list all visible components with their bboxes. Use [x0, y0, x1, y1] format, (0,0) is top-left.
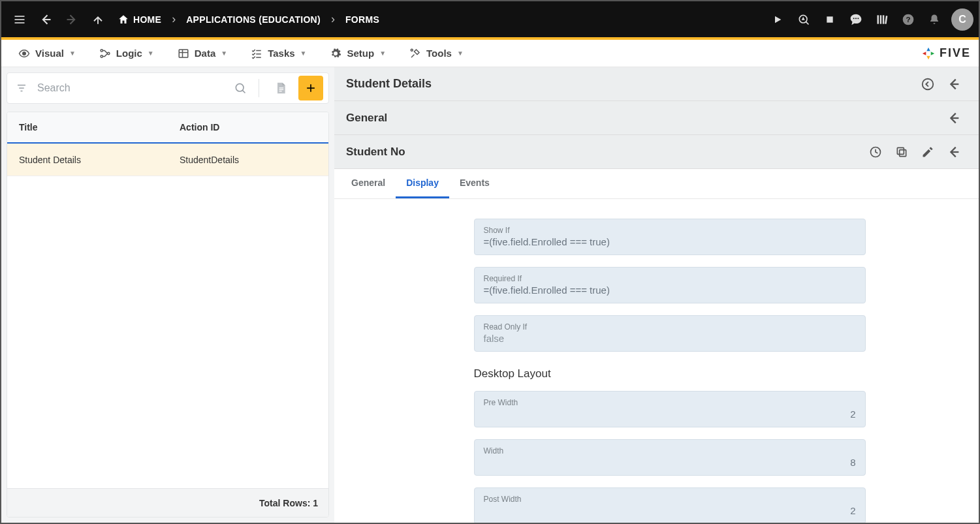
menu-logic[interactable]: Logic▼ — [87, 48, 166, 59]
menu-label: Data — [195, 48, 216, 59]
copy-icon[interactable] — [889, 139, 915, 165]
topbar: HOME › APPLICATIONS (EDUCATION) › FORMS … — [1, 1, 979, 37]
user-avatar[interactable]: C — [951, 8, 973, 31]
breadcrumb-label: APPLICATIONS (EDUCATION) — [186, 14, 321, 25]
section-title: Student Details — [346, 77, 915, 91]
stop-icon[interactable] — [817, 7, 843, 33]
menubar: Visual▼ Logic▼ Data▼ Tasks▼ Setup▼ Tools… — [1, 40, 979, 67]
edit-icon[interactable] — [915, 139, 941, 165]
nav-back-icon[interactable] — [33, 7, 59, 33]
menu-tools[interactable]: Tools▼ — [398, 48, 475, 59]
field-show-if[interactable]: Show If =(five.field.Enrolled === true) — [474, 219, 866, 255]
hamburger-icon[interactable] — [7, 7, 33, 33]
svg-rect-41 — [279, 89, 284, 90]
field-label: Pre Width — [484, 398, 856, 407]
filter-icon[interactable] — [12, 79, 31, 97]
search-input[interactable] — [36, 82, 226, 95]
svg-rect-16 — [883, 15, 885, 23]
breadcrumb-applications[interactable]: APPLICATIONS (EDUCATION) — [180, 14, 327, 25]
chevron-right-icon: › — [327, 12, 339, 26]
back-arrow-icon[interactable] — [941, 105, 967, 131]
col-header-title[interactable]: Title — [7, 122, 168, 132]
avatar-letter: C — [958, 14, 966, 25]
svg-marker-32 — [931, 52, 935, 55]
field-value: 8 — [484, 457, 856, 470]
svg-point-21 — [101, 49, 103, 51]
nav-up-icon[interactable] — [85, 7, 111, 33]
menu-label: Setup — [347, 48, 374, 59]
svg-point-12 — [855, 18, 857, 19]
document-button[interactable] — [268, 76, 293, 100]
field-placeholder: false — [484, 333, 856, 346]
menu-visual[interactable]: Visual▼ — [7, 48, 87, 59]
play-icon[interactable] — [765, 7, 791, 33]
table-row[interactable]: Student Details StudentDetails — [7, 144, 328, 176]
svg-rect-49 — [900, 149, 906, 156]
body-split: Title Action ID Student Details StudentD… — [1, 67, 979, 523]
svg-marker-9 — [802, 16, 805, 20]
form-scroll-area: Show If =(five.field.Enrolled === true) … — [334, 199, 979, 523]
breadcrumb-home[interactable]: HOME — [111, 14, 168, 25]
cell-action-id: StudentDetails — [168, 155, 328, 165]
menu-data[interactable]: Data▼ — [166, 48, 239, 59]
help-icon[interactable]: ? — [895, 7, 921, 33]
app-root: HOME › APPLICATIONS (EDUCATION) › FORMS … — [0, 0, 980, 524]
section-header-3: Student No — [334, 135, 979, 169]
svg-point-13 — [857, 18, 859, 19]
tab-general[interactable]: General — [341, 169, 396, 198]
svg-marker-34 — [923, 52, 926, 55]
field-label: Width — [484, 446, 856, 455]
divider — [259, 79, 259, 97]
section-header-1: Student Details — [334, 67, 979, 101]
grid-body: Student Details StudentDetails — [7, 144, 328, 488]
svg-marker-31 — [926, 47, 930, 51]
brand-text: FIVE — [940, 46, 971, 60]
svg-rect-17 — [885, 16, 887, 24]
section-title: General — [346, 112, 941, 125]
field-post-width[interactable]: Post Width 2 — [474, 487, 866, 523]
field-read-only-if[interactable]: Read Only If false — [474, 315, 866, 352]
back-arrow-icon[interactable] — [941, 139, 967, 165]
add-button[interactable] — [298, 76, 323, 100]
tools-icon — [409, 48, 421, 59]
field-required-if[interactable]: Required If =(five.field.Enrolled === tr… — [474, 267, 866, 303]
col-header-action-id[interactable]: Action ID — [168, 122, 328, 132]
tab-display[interactable]: Display — [396, 169, 449, 198]
tab-events[interactable]: Events — [449, 169, 500, 198]
menu-tasks[interactable]: Tasks▼ — [239, 48, 318, 59]
cell-title: Student Details — [7, 155, 168, 165]
svg-rect-50 — [897, 147, 904, 154]
section-title: Student No — [346, 146, 862, 159]
chevron-down-icon: ▼ — [221, 50, 227, 57]
breadcrumb-forms[interactable]: FORMS — [339, 14, 386, 25]
field-pre-width[interactable]: Pre Width 2 — [474, 391, 866, 427]
logic-icon — [99, 48, 111, 59]
field-value: =(five.field.Enrolled === true) — [484, 236, 856, 249]
chevron-down-icon: ▼ — [457, 50, 464, 57]
right-panel: Student Details General Student No — [334, 67, 979, 523]
gear-icon — [330, 48, 341, 59]
svg-rect-14 — [877, 15, 879, 23]
svg-point-23 — [107, 52, 109, 54]
back-arrow-icon[interactable] — [941, 71, 967, 97]
field-width[interactable]: Width 8 — [474, 439, 866, 476]
form-area[interactable]: Show If =(five.field.Enrolled === true) … — [334, 199, 979, 523]
field-value: 2 — [484, 408, 856, 422]
bell-icon[interactable] — [921, 7, 947, 33]
search-icon[interactable] — [231, 79, 249, 97]
chevron-down-icon: ▼ — [379, 50, 386, 57]
menu-setup[interactable]: Setup▼ — [318, 48, 398, 59]
svg-rect-24 — [179, 50, 188, 57]
inspect-icon[interactable] — [791, 7, 817, 33]
field-label: Read Only If — [484, 322, 856, 331]
history-icon[interactable] — [862, 139, 889, 165]
chat-icon[interactable] — [843, 7, 869, 33]
svg-point-22 — [101, 55, 103, 57]
tabs: General Display Events — [334, 169, 979, 199]
library-icon[interactable] — [869, 7, 895, 33]
nav-forward-icon — [59, 7, 85, 33]
field-label: Show If — [484, 226, 856, 235]
revert-icon[interactable] — [915, 71, 941, 97]
svg-marker-33 — [926, 55, 930, 59]
chevron-down-icon: ▼ — [148, 50, 154, 57]
